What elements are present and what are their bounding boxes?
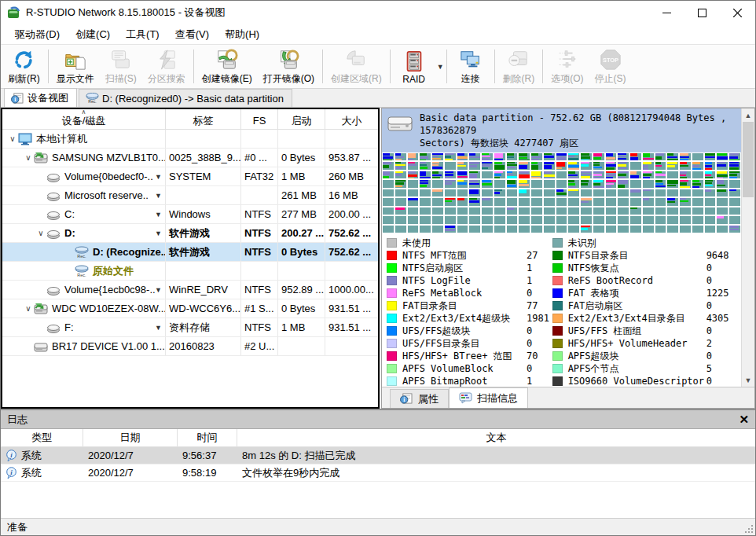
scan-block[interactable] [606,226,617,233]
scan-block[interactable] [705,153,716,160]
scan-block[interactable] [705,189,716,196]
scan-block[interactable] [482,207,493,215]
scan-block[interactable] [655,198,666,205]
scan-block[interactable] [655,180,666,187]
scroll-down-icon[interactable]: ▼ [742,373,754,387]
scan-block[interactable] [655,216,666,223]
scan-block[interactable] [568,198,579,205]
scan-block[interactable] [469,198,480,205]
scan-block[interactable] [643,162,654,169]
log-close-icon[interactable]: ✕ [739,413,749,425]
scan-block[interactable] [383,171,394,178]
scan-block[interactable] [445,226,456,233]
scan-block[interactable] [383,162,394,169]
scan-block[interactable] [408,198,419,205]
scan-block[interactable] [630,171,641,178]
scan-block[interactable] [507,180,518,187]
scan-block[interactable] [395,189,406,196]
scan-block[interactable] [717,171,728,178]
maximize-button[interactable] [684,1,720,24]
scan-block[interactable] [519,171,530,178]
scan-block[interactable] [507,207,518,215]
scan-block[interactable] [408,171,419,178]
scan-block[interactable] [729,226,740,233]
scan-block[interactable] [544,189,555,196]
scan-block[interactable] [531,171,542,178]
scan-block[interactable] [667,207,678,215]
scan-block[interactable] [408,207,419,215]
scan-block[interactable] [457,198,468,205]
row-dropdown-icon[interactable]: ▼ [155,286,162,294]
scan-block[interactable] [729,171,740,178]
scan-block[interactable] [432,171,443,178]
scan-block[interactable] [667,171,678,178]
scan-block[interactable] [494,153,505,160]
scan-block[interactable] [494,171,505,178]
scan-block[interactable] [556,171,567,178]
column-header-label[interactable]: 标签 [166,109,241,129]
scan-block[interactable] [544,180,555,187]
menu-create[interactable]: 创建(C) [68,25,118,44]
scan-block[interactable] [568,171,579,178]
tab-properties[interactable]: i 属性 [390,389,449,408]
scan-block[interactable] [408,180,419,187]
scan-block[interactable] [717,216,728,223]
scan-block[interactable] [680,189,691,196]
scan-block[interactable] [593,189,604,196]
scan-block[interactable] [482,162,493,169]
scan-block[interactable] [618,198,629,205]
scan-block[interactable] [606,198,617,205]
scan-block[interactable] [705,216,716,223]
scan-block[interactable] [531,207,542,215]
scan-block[interactable] [593,180,604,187]
scan-block[interactable] [544,216,555,223]
scan-block[interactable] [717,180,728,187]
scan-block[interactable] [692,171,703,178]
scan-block[interactable] [383,226,394,233]
scan-block[interactable] [705,198,716,205]
scan-block[interactable] [395,180,406,187]
column-header-device[interactable]: ∧ 设备/磁盘 [2,109,166,129]
log-column-time[interactable]: 时间 [178,429,237,446]
scan-block[interactable] [643,153,654,160]
scan-block[interactable] [408,153,419,160]
scan-block[interactable] [717,198,728,205]
toolbar-button-open-image[interactable]: 打开镜像(O) [258,46,320,87]
scan-block[interactable] [494,162,505,169]
resize-grip[interactable] [743,523,753,533]
scan-block[interactable] [420,198,431,205]
scan-block[interactable] [507,216,518,223]
scan-block[interactable] [494,216,505,223]
scan-block[interactable] [432,162,443,169]
scan-block[interactable] [494,189,505,196]
scan-block[interactable] [630,189,641,196]
scan-block[interactable] [692,162,703,169]
scan-block[interactable] [507,171,518,178]
scrollbar-thumb[interactable] [743,122,754,197]
scan-block[interactable] [606,189,617,196]
scan-block[interactable] [655,189,666,196]
scan-block[interactable] [432,180,443,187]
scan-block[interactable] [692,198,703,205]
scan-block[interactable] [519,189,530,196]
scan-block[interactable] [494,180,505,187]
menu-help[interactable]: 帮助(H) [217,25,267,44]
column-header-size[interactable]: 大小 [325,109,378,129]
scan-block[interactable] [507,198,518,205]
scan-block[interactable] [680,171,691,178]
scan-block[interactable] [729,207,740,215]
scan-block[interactable] [667,153,678,160]
scan-block[interactable] [556,207,567,215]
scan-block[interactable] [432,189,443,196]
scan-block[interactable] [457,180,468,187]
scan-block[interactable] [544,162,555,169]
scan-block[interactable] [469,171,480,178]
scan-block[interactable] [519,226,530,233]
scan-block[interactable] [556,198,567,205]
scan-block[interactable] [482,180,493,187]
scan-block[interactable] [395,162,406,169]
device-tree-row[interactable]: ∨WDC WD10EZEX-08W...WD-WCC6Y6...#1 S...0… [2,299,378,318]
scan-block[interactable] [395,171,406,178]
scan-block[interactable] [643,171,654,178]
scan-block[interactable] [383,198,394,205]
